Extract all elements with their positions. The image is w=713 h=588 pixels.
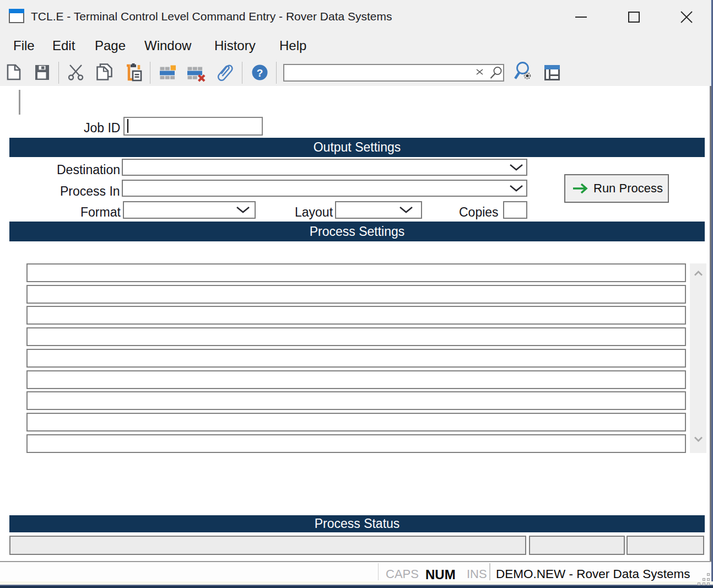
svg-text:?: ?: [257, 67, 263, 79]
